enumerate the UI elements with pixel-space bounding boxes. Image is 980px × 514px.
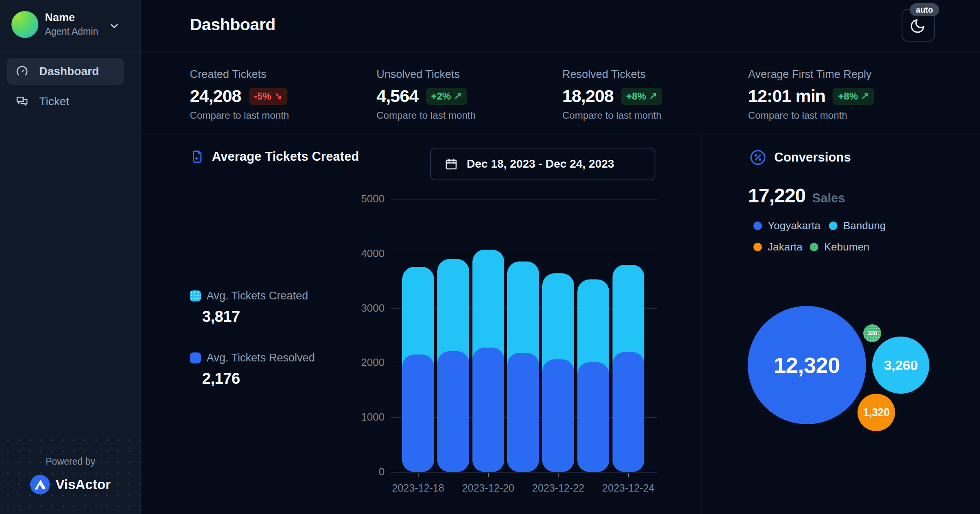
bar-resolved[interactable] xyxy=(577,362,609,472)
legend-label: Avg. Tickets Resolved xyxy=(207,352,315,364)
conversions-title: Conversions xyxy=(774,150,851,165)
bar-resolved[interactable] xyxy=(472,348,504,472)
powered-by-label: Powered by xyxy=(0,456,141,467)
stat-value: 18,208 xyxy=(562,86,614,106)
file-plus-icon xyxy=(190,149,205,164)
stat-compare: Compare to last month xyxy=(190,110,289,121)
stats-row: Created Tickets 24,208 -5% ↘ Compare to … xyxy=(141,52,980,135)
legend-label: Kebumen xyxy=(824,241,869,253)
y-tick-label: 0 xyxy=(352,465,385,478)
stat-unsolved-tickets: Unsolved Tickets 4,564 +2% ↗ Compare to … xyxy=(376,52,556,135)
bubble-jakarta[interactable]: 1,320 xyxy=(858,394,895,431)
y-tick-label: 1000 xyxy=(352,411,385,423)
stat-compare: Compare to last month xyxy=(376,110,476,121)
conversions-total: 17,220 xyxy=(748,184,806,207)
x-axis-line xyxy=(391,472,657,472)
legend-label: Avg. Tickets Created xyxy=(207,290,308,302)
legend-item-yogyakarta[interactable]: Yogyakarta xyxy=(753,219,820,232)
conversions-unit: Sales xyxy=(812,191,845,206)
legend-avg-created[interactable]: Avg. Tickets Created 3,817 xyxy=(190,290,308,326)
x-tick-mark xyxy=(628,473,629,477)
legend-dot xyxy=(810,243,818,251)
legend-item-kebumen[interactable]: Kebumen xyxy=(810,241,869,253)
chart-title-row: Average Tickets Created xyxy=(190,149,359,164)
stat-avg-first-reply: Average First Time Reply 12:01 min +8% ↗… xyxy=(748,52,928,135)
y-gridline xyxy=(391,199,657,199)
x-tick-label: 2023-12-22 xyxy=(519,482,597,494)
x-tick-label: 2023-12-24 xyxy=(590,482,667,494)
bubble-kebumen[interactable]: 320 xyxy=(863,324,881,342)
stat-value: 24,208 xyxy=(190,86,241,106)
calendar-icon xyxy=(445,157,458,171)
legend-label: Bandung xyxy=(843,219,886,232)
legend-item-jakarta[interactable]: Jakarta xyxy=(753,241,802,253)
bar-resolved[interactable] xyxy=(507,353,539,472)
stat-resolved-tickets: Resolved Tickets 18,208 +8% ↗ Compare to… xyxy=(562,52,742,135)
legend-dot xyxy=(753,243,762,251)
sidebar-item-label: Dashboard xyxy=(39,65,99,78)
profile-role: Agent Admin xyxy=(45,26,98,37)
legend-swatch-resolved xyxy=(190,352,201,363)
chevron-down-icon xyxy=(109,20,120,32)
stat-compare: Compare to last month xyxy=(748,110,847,121)
conversions-title-row: Conversions xyxy=(750,149,851,166)
legend-avg-resolved[interactable]: Avg. Tickets Resolved 2,176 xyxy=(190,352,315,388)
trend-badge: +2% ↗ xyxy=(426,88,467,105)
legend-dot xyxy=(753,222,762,230)
chat-icon xyxy=(16,95,29,108)
page-title: Dashboard xyxy=(190,15,276,34)
legend-value: 2,176 xyxy=(202,370,315,388)
x-tick-label: 2023-12-20 xyxy=(450,482,527,494)
y-tick-label: 2000 xyxy=(352,356,385,369)
stat-label: Unsolved Tickets xyxy=(376,68,460,81)
bubble-bandung[interactable]: 3,260 xyxy=(872,337,929,394)
legend-value: 3,817 xyxy=(202,308,308,326)
visactor-logo-icon xyxy=(30,475,50,494)
profile-menu[interactable]: Name Agent Admin xyxy=(0,0,141,51)
date-range-label: Dec 18, 2023 - Dec 24, 2023 xyxy=(467,157,614,171)
bar-resolved[interactable] xyxy=(402,354,434,472)
brand-row[interactable]: VisActor xyxy=(0,473,141,496)
moon-icon xyxy=(909,18,926,34)
stat-value: 4,564 xyxy=(376,86,419,106)
stat-created-tickets: Created Tickets 24,208 -5% ↘ Compare to … xyxy=(190,52,370,135)
y-tick-label: 3000 xyxy=(352,302,385,315)
sidebar-item-ticket[interactable]: Ticket xyxy=(7,88,124,115)
gauge-icon xyxy=(16,65,29,78)
y-gridline xyxy=(391,254,657,254)
bar-plot: 5000400030002000100002023-12-182023-12-2… xyxy=(391,199,657,472)
chart-title: Average Tickets Created xyxy=(212,149,359,164)
date-range-picker[interactable]: Dec 18, 2023 - Dec 24, 2023 xyxy=(430,148,655,180)
stat-label: Average First Time Reply xyxy=(748,68,872,81)
sidebar-item-label: Ticket xyxy=(39,95,69,108)
bar-resolved[interactable] xyxy=(612,352,644,472)
stat-label: Resolved Tickets xyxy=(562,68,646,81)
y-tick-label: 4000 xyxy=(352,247,385,260)
sidebar: Name Agent Admin Dashboard Ticket Powere… xyxy=(0,0,141,514)
legend-label: Yogyakarta xyxy=(768,219,820,232)
legend-item-bandung[interactable]: Bandung xyxy=(829,219,886,232)
bar-resolved[interactable] xyxy=(542,359,574,472)
x-tick-mark xyxy=(488,473,489,477)
trend-badge: +8% ↗ xyxy=(833,88,874,105)
brand-name: VisActor xyxy=(56,477,111,492)
bar-resolved[interactable] xyxy=(437,351,469,472)
avatar xyxy=(11,11,38,38)
bubble-yogyakarta[interactable]: 12,320 xyxy=(748,306,866,424)
bubble-chart: 12,3203203,2601,320 xyxy=(702,257,980,514)
legend-swatch-created xyxy=(190,290,201,301)
main-header: Dashboard auto xyxy=(141,0,980,51)
percent-circle-icon xyxy=(750,149,766,166)
stat-value: 12:01 min xyxy=(748,86,825,106)
stat-label: Created Tickets xyxy=(190,68,267,81)
stat-compare: Compare to last month xyxy=(562,110,662,121)
legend-dot xyxy=(829,222,837,230)
mode-auto-badge: auto xyxy=(910,3,939,16)
trend-badge: -5% ↘ xyxy=(249,88,287,105)
x-tick-label: 2023-12-18 xyxy=(379,482,457,494)
profile-name: Name xyxy=(45,11,75,24)
x-tick-mark xyxy=(418,473,419,477)
trend-badge: +8% ↗ xyxy=(621,88,662,105)
sidebar-item-dashboard[interactable]: Dashboard xyxy=(7,58,124,85)
legend-label: Jakarta xyxy=(768,241,802,253)
